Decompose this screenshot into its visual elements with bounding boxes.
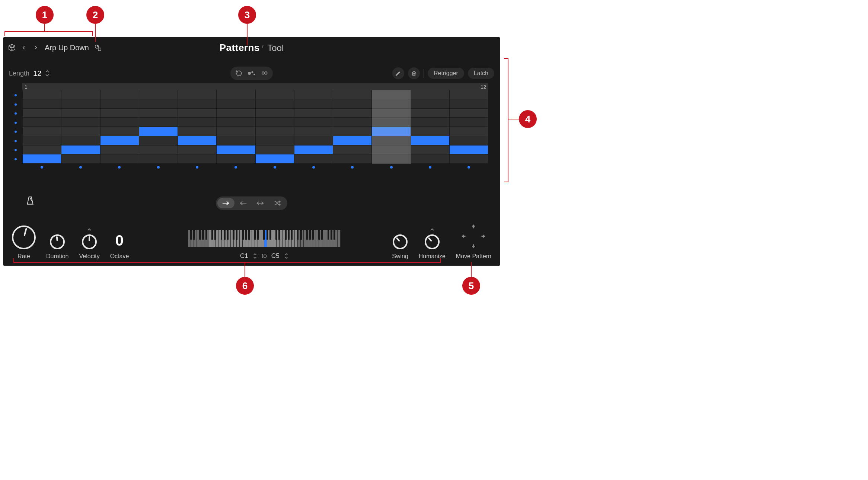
humanize-control[interactable]: Humanize: [419, 226, 446, 260]
grid-cell[interactable]: [333, 145, 372, 155]
rate-control[interactable]: Rate: [12, 225, 36, 260]
direction-backward-icon[interactable]: [234, 198, 252, 208]
grid-cell[interactable]: [61, 109, 100, 118]
step-dot[interactable]: [372, 166, 411, 169]
step-dot[interactable]: [139, 166, 178, 169]
grid-cell[interactable]: [178, 127, 217, 136]
key-black[interactable]: [288, 230, 290, 240]
step-dot[interactable]: [178, 166, 216, 169]
grid-cell[interactable]: [217, 154, 255, 164]
step-dot[interactable]: [294, 166, 333, 169]
key-black[interactable]: [309, 230, 311, 240]
grid-cell[interactable]: [100, 109, 139, 118]
key-black[interactable]: [275, 230, 277, 240]
grid-cell[interactable]: [372, 145, 411, 155]
grid-cell[interactable]: [100, 136, 139, 145]
grid-cell[interactable]: [256, 99, 294, 109]
grid-cell[interactable]: [23, 136, 61, 145]
key-black[interactable]: [242, 230, 244, 240]
preset-name[interactable]: Arp Up Down: [45, 44, 89, 52]
grid-cell[interactable]: [256, 118, 294, 127]
key-black[interactable]: [297, 230, 299, 240]
length-control[interactable]: Length 12: [9, 69, 50, 78]
grid-cell[interactable]: [23, 109, 61, 118]
key-black[interactable]: [267, 230, 268, 240]
grid-cell[interactable]: [139, 136, 178, 145]
key-black[interactable]: [233, 230, 234, 240]
key-black[interactable]: [227, 230, 229, 240]
grid-cell[interactable]: [411, 109, 450, 118]
grid-cell[interactable]: [178, 99, 217, 109]
grid-cell[interactable]: [61, 90, 100, 99]
grid-cell[interactable]: [294, 118, 333, 127]
direction-random-icon[interactable]: [269, 198, 286, 208]
key-black[interactable]: [211, 230, 213, 240]
grid-cell[interactable]: [372, 99, 411, 109]
grid-cell[interactable]: [217, 118, 255, 127]
grid-cell[interactable]: [372, 90, 411, 99]
key-black[interactable]: [221, 230, 223, 240]
grid-cell[interactable]: [23, 99, 61, 109]
grid-cell[interactable]: [450, 109, 488, 118]
grid-cell[interactable]: [450, 99, 488, 109]
move-up-icon[interactable]: [470, 223, 477, 230]
grid-cell[interactable]: [411, 118, 450, 127]
key-black[interactable]: [263, 230, 265, 240]
length-stepper-icon[interactable]: [45, 70, 50, 77]
grid-cell[interactable]: [178, 145, 217, 155]
key-black[interactable]: [291, 230, 293, 240]
note[interactable]: [294, 145, 333, 154]
grid-cell[interactable]: [411, 90, 450, 99]
grid-cell[interactable]: [100, 90, 139, 99]
grid-cell[interactable]: [450, 136, 488, 145]
grid-cell[interactable]: [333, 154, 372, 164]
move-down-icon[interactable]: [470, 243, 477, 249]
note[interactable]: [333, 136, 371, 145]
grid-cell[interactable]: [411, 99, 450, 109]
grid-cell[interactable]: [411, 145, 450, 155]
key-black[interactable]: [318, 230, 320, 240]
step-dot[interactable]: [411, 166, 449, 169]
key-black[interactable]: [306, 230, 308, 240]
grid-cell[interactable]: [178, 118, 217, 127]
grid-cell[interactable]: [294, 109, 333, 118]
grid-cell[interactable]: [217, 145, 255, 155]
loop-infinite-icon[interactable]: [259, 68, 270, 79]
grid-cell[interactable]: [178, 90, 217, 99]
step-dot[interactable]: [450, 166, 488, 169]
note[interactable]: [372, 127, 410, 136]
grid-cell[interactable]: [333, 109, 372, 118]
grid-cell[interactable]: [178, 154, 217, 164]
grid-cell[interactable]: [178, 136, 217, 145]
mini-keyboard[interactable]: [188, 230, 341, 247]
key-white[interactable]: [338, 230, 341, 247]
key-black[interactable]: [236, 230, 238, 240]
restart-icon[interactable]: [233, 68, 245, 79]
grid-cell[interactable]: [256, 154, 294, 164]
note[interactable]: [61, 145, 100, 154]
key-black[interactable]: [254, 230, 256, 240]
grid-cell[interactable]: [372, 127, 411, 136]
step-dot[interactable]: [61, 166, 100, 169]
grid-cell[interactable]: [256, 109, 294, 118]
grid-cell[interactable]: [450, 118, 488, 127]
grid-cell[interactable]: [333, 99, 372, 109]
grid-cell[interactable]: [61, 118, 100, 127]
grid-cell[interactable]: [294, 145, 333, 155]
key-black[interactable]: [199, 230, 201, 240]
grid-cell[interactable]: [61, 99, 100, 109]
grid-cell[interactable]: [450, 154, 488, 164]
grid-cell[interactable]: [61, 154, 100, 164]
grid-cell[interactable]: [23, 118, 61, 127]
grid-cell[interactable]: [333, 118, 372, 127]
key-black[interactable]: [328, 230, 329, 240]
preset-next-icon[interactable]: [31, 43, 40, 52]
grid-cell[interactable]: [139, 154, 178, 164]
grid-cell[interactable]: [23, 90, 61, 99]
grid-cell[interactable]: [23, 127, 61, 136]
grid-cell[interactable]: [333, 136, 372, 145]
random-variation-icon[interactable]: [246, 68, 257, 79]
grid-cell[interactable]: [294, 90, 333, 99]
pattern-grid[interactable]: [22, 90, 488, 164]
grid-cell[interactable]: [139, 99, 178, 109]
